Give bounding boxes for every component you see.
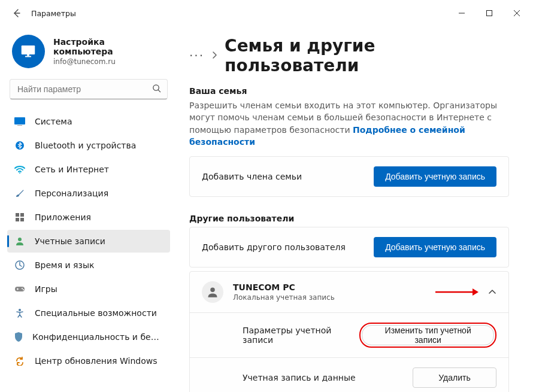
arrow-left-icon [12,8,22,18]
system-icon [14,116,25,127]
accounts-icon [14,236,25,247]
title-bar: Параметры [0,0,533,26]
breadcrumb-overflow[interactable]: ··· [189,48,204,63]
breadcrumb-row: ··· Семья и другие пользователи [189,36,509,75]
svg-point-5 [153,85,159,90]
other-user-card: TUNECOM PC Локальная учетная запись Пара… [189,271,509,392]
minimize-button[interactable] [448,4,476,23]
nav-item-time[interactable]: Время и язык [7,254,170,276]
nav-label: Персонализация [35,189,108,198]
account-data-label: Учетная запись и данные [243,373,356,382]
nav-item-privacy[interactable]: Конфиденциальность и безопасность [7,326,170,348]
minimize-icon [459,10,465,16]
accessibility-icon [14,308,25,318]
family-heading: Ваша семья [189,86,509,96]
account-data-row: Учетная запись и данные Удалить [190,357,508,392]
nav-label: Учетные записи [35,236,105,246]
bluetooth-icon [14,140,25,151]
svg-rect-12 [16,218,19,221]
nav-label: Приложения [35,212,91,222]
nav-item-apps[interactable]: Приложения [7,206,170,229]
nav-label: Конфиденциальность и безопасность [32,332,163,342]
svg-point-20 [210,288,215,293]
clock-globe-icon [14,260,25,271]
account-params-label: Параметры учетной записи [243,326,359,345]
add-other-account-button[interactable]: Добавить учетную запись [374,237,496,257]
nav-item-gaming[interactable]: Игры [7,278,170,300]
other-user-header-row[interactable]: TUNECOM PC Локальная учетная запись [190,272,508,312]
computer-icon [19,42,37,60]
gaming-icon [14,284,25,294]
close-button[interactable] [503,4,531,23]
search-icon [152,84,161,95]
svg-rect-11 [20,213,24,217]
user-avatar [202,281,223,303]
sidebar: Настройка компьютера info@tunecom.ru Сис… [0,26,177,392]
person-icon [207,286,219,298]
update-icon [14,355,25,366]
profile-email: info@tunecom.ru [53,57,165,66]
close-icon [514,10,520,16]
svg-point-19 [19,309,21,311]
annotation-arrow [435,288,480,296]
account-params-row: Параметры учетной записи Изменить тип уч… [190,312,508,357]
wifi-icon [14,164,25,175]
annotation-highlight: Изменить тип учетной записи [359,323,496,348]
svg-point-14 [18,238,22,241]
profile-block[interactable]: Настройка компьютера info@tunecom.ru [7,26,170,79]
svg-rect-6 [14,117,25,124]
brush-icon [14,188,25,199]
svg-rect-3 [25,56,31,57]
svg-point-17 [22,288,23,289]
nav-label: Система [35,117,72,126]
nav-item-accounts[interactable]: Учетные записи [7,230,170,253]
maximize-icon [486,10,492,16]
chevron-up-icon[interactable] [488,289,496,295]
nav-item-update[interactable]: Центр обновления Windows [7,350,170,372]
family-card: Добавить члена семьи Добавить учетную за… [189,156,509,197]
svg-rect-13 [20,218,24,221]
nav-item-bluetooth[interactable]: Bluetooth и устройства [7,134,170,157]
other-user-sub: Локальная учетная запись [233,293,335,302]
add-other-user-label: Добавить другого пользователя [202,242,346,252]
chevron-right-icon [211,51,217,61]
svg-rect-0 [487,11,492,16]
nav-label: Время и язык [35,260,94,270]
page-title: Семья и другие пользователи [225,36,509,75]
nav-item-system[interactable]: Система [7,110,170,133]
delete-account-button[interactable]: Удалить [413,367,496,388]
add-family-member-label: Добавить члена семьи [202,172,302,181]
svg-rect-7 [17,125,22,126]
nav-list: Система Bluetooth и устройства Сеть и Ин… [7,110,170,372]
svg-point-18 [23,289,24,290]
maximize-button[interactable] [476,4,503,23]
svg-point-9 [19,172,20,174]
nav-item-accessibility[interactable]: Специальные возможности [7,302,170,324]
content-pane: ··· Семья и другие пользователи Ваша сем… [177,26,533,392]
back-button[interactable] [5,1,29,25]
change-account-type-button[interactable]: Изменить тип учетной записи [362,325,494,345]
apps-icon [14,212,25,223]
search-input[interactable] [16,84,152,95]
nav-label: Сеть и Интернет [35,165,109,174]
profile-avatar [12,35,45,68]
add-family-account-button[interactable]: Добавить учетную запись [374,166,496,187]
svg-rect-1 [22,45,35,54]
nav-label: Игры [35,284,57,294]
nav-label: Специальные возможности [35,308,157,318]
shield-icon [14,332,23,342]
other-user-name: TUNECOM PC [233,282,335,292]
nav-label: Bluetooth и устройства [35,141,136,150]
svg-rect-16 [15,287,25,291]
nav-item-personalization[interactable]: Персонализация [7,182,170,205]
app-title: Параметры [31,9,76,18]
add-other-user-row: Добавить другого пользователя Добавить у… [190,227,508,267]
nav-label: Центр обновления Windows [35,356,157,366]
add-family-member-row: Добавить члена семьи Добавить учетную за… [190,157,508,196]
svg-rect-4 [28,54,30,56]
add-other-user-card: Добавить другого пользователя Добавить у… [189,227,509,268]
nav-item-network[interactable]: Сеть и Интернет [7,158,170,181]
profile-name: Настройка компьютера [53,37,165,56]
search-box[interactable] [10,79,168,99]
others-heading: Другие пользователи [189,214,509,223]
